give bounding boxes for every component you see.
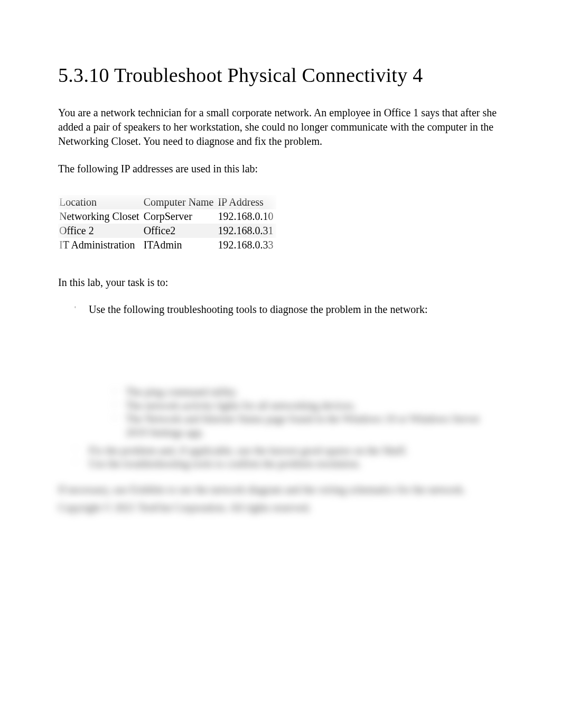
- table-row: Networking Closet CorpServer 192.168.0.1…: [58, 209, 276, 224]
- cell-location: Networking Closet: [58, 209, 143, 224]
- task-item: Use the following troubleshooting tools …: [74, 302, 503, 317]
- cell-ip-address: 192.168.0.31: [217, 224, 276, 238]
- hidden-mid-item: Use the troubleshooting tools to confirm…: [74, 457, 503, 471]
- table-header-row: Location Computer Name IP Address: [58, 195, 276, 209]
- cell-location: Office 2: [58, 224, 143, 238]
- hidden-sub-item: The Network and Internet Status page fou…: [116, 412, 503, 439]
- hidden-sublist: The ping command utility. The network ac…: [58, 385, 503, 439]
- table-row: IT Administration ITAdmin 192.168.0.33: [58, 238, 276, 252]
- ip-address-table: Location Computer Name IP Address Networ…: [58, 195, 276, 252]
- cell-computer-name: ITAdmin: [143, 238, 217, 252]
- task-list: Use the following troubleshooting tools …: [58, 302, 503, 317]
- col-header-ip-address: IP Address: [217, 195, 276, 209]
- locked-content: The ping command utility. The network ac…: [58, 385, 503, 515]
- cell-computer-name: Office2: [143, 224, 217, 238]
- cell-computer-name: CorpServer: [143, 209, 217, 224]
- hidden-sub-item: The ping command utility.: [116, 385, 503, 399]
- hidden-paragraph: Copyright © 2021 TestOut Corporation. Al…: [58, 500, 503, 515]
- cell-ip-address: 192.168.0.33: [217, 238, 276, 252]
- table-lead: The following IP addresses are used in t…: [58, 162, 503, 176]
- cell-location: IT Administration: [58, 238, 143, 252]
- col-header-computer-name: Computer Name: [143, 195, 217, 209]
- hidden-mid-item: Fix the problem and, if applicable, use …: [74, 444, 503, 458]
- intro-paragraph: You are a network technician for a small…: [58, 106, 503, 149]
- hidden-paragraph: If necessary, use Exhibits to see the ne…: [58, 482, 503, 497]
- hidden-midlist: Fix the problem and, if applicable, use …: [58, 444, 503, 471]
- ip-address-table-wrap: Location Computer Name IP Address Networ…: [58, 195, 276, 273]
- table-row: Office 2 Office2 192.168.0.31: [58, 224, 276, 238]
- hidden-sub-item: The network activity lights for all netw…: [116, 399, 503, 413]
- cell-ip-address: 192.168.0.10: [217, 209, 276, 224]
- page-title: 5.3.10 Troubleshoot Physical Connectivit…: [58, 63, 503, 87]
- col-header-location: Location: [58, 195, 143, 209]
- task-lead: In this lab, your task is to:: [58, 275, 503, 290]
